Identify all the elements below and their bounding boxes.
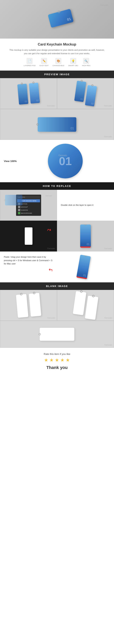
how-to-row-1: 01 ©envato LAYERS YOUR DESIGN HERE EDITI…: [0, 190, 114, 221]
preview-section-header: PREVIEW IMAGE: [0, 70, 114, 78]
preview-card-1b: 02: [29, 82, 40, 104]
layer-row-mockup: MOCKUP: [17, 206, 40, 208]
product-description: This mockup is very suitable your design…: [8, 48, 106, 55]
watermark-1: ©envato: [47, 104, 55, 107]
hires-icon: 🔍: [83, 58, 89, 64]
result-card-wrapper: [80, 224, 91, 248]
product-info-section: Card Keychain Mockup This mockup is very…: [0, 38, 114, 70]
step2-card-ring: [84, 254, 87, 256]
preview-card-2b: 02: [85, 85, 97, 106]
stars-row: ★ ★ ★ ★ ★: [5, 358, 109, 363]
how-to-row-3: Paste / drag your design here then save …: [0, 252, 114, 282]
card-ring-1a: [21, 82, 23, 85]
card-ring-2a: [81, 80, 83, 82]
blank-cell-1: ©envato: [0, 290, 57, 321]
paste-watermark: ©envato: [47, 247, 55, 250]
card-number-1a: 01: [25, 100, 28, 103]
blank-card-landscape: [40, 328, 74, 341]
blank-grid: ©envato ©envato ©envato: [0, 290, 114, 348]
card-number-2b: 02: [91, 102, 94, 105]
blank-ring-landscape: [39, 333, 41, 336]
step2-card-holder: [78, 255, 89, 278]
hero-section: ©envato: [0, 0, 114, 38]
preview-card-group-2: 01 02: [74, 80, 97, 106]
blank-card-1b: [29, 293, 41, 317]
view100-section: View 100% 01 ©envato: [0, 140, 114, 182]
hero-watermark: ©envato: [100, 4, 108, 6]
step2-arrow-icon: ↵: [49, 266, 53, 273]
card-ring-2b: [91, 84, 93, 86]
layer-icon-shadow: [18, 209, 20, 211]
star-2: ★: [49, 358, 54, 363]
rate-text: Rate this item if you like: [5, 352, 109, 356]
preview-card-landscape: 01: [38, 117, 76, 132]
preview-card-2a: 01: [74, 80, 86, 102]
blank-card-1a: [16, 294, 28, 318]
blank-cell-3: ©envato: [0, 321, 114, 348]
bg-card-num: 01: [20, 203, 22, 205]
preview-card-1a: 01: [17, 84, 28, 104]
preview-cell-1: 01 02 ©envato: [0, 78, 57, 109]
blank-ring-1a: [20, 293, 22, 296]
hero-background: ©envato: [0, 0, 114, 38]
preview-cell-2: 01 02 ©envato: [57, 78, 114, 109]
layers-visual-wrapper: 01 ©envato LAYERS YOUR DESIGN HERE EDITI…: [3, 193, 54, 218]
blank-watermark-3: ©envato: [104, 344, 112, 346]
feature-layered: 📄 LAYERED PSD: [24, 58, 36, 66]
how-to-text-cell-1: Double click on the layer to open it: [57, 190, 114, 221]
layer-label-design: YOUR DESIGN HERE: [21, 200, 37, 202]
step2-card: [76, 254, 91, 279]
view100-red-edge: [71, 175, 83, 178]
card-ring-landscape: [37, 124, 39, 126]
blank-card-2b: [85, 296, 98, 320]
color-icon: 🎨: [55, 58, 61, 64]
view100-visual: 01 ©envato: [21, 144, 110, 178]
preview-cell-3: 01 ©envato: [0, 109, 114, 140]
watermark-3: ©envato: [104, 136, 112, 138]
hero-card-wrapper: [45, 12, 69, 26]
star-4: ★: [60, 358, 65, 363]
result-watermark: ©envato: [104, 247, 112, 250]
watermark-2: ©envato: [104, 104, 112, 107]
layer-row-background: BACKGROUND: [17, 212, 40, 215]
hero-card: [48, 9, 74, 28]
layer-icon-mockup: [18, 206, 20, 208]
card-number-landscape: 01: [70, 127, 74, 130]
layer-icon-background: [18, 212, 20, 214]
thank-you-section: Rate this item if you like ★ ★ ★ ★ ★ Tha…: [0, 348, 114, 375]
blank-cell-2: ©envato: [57, 290, 114, 321]
feature-smart: 💡 SMART OBJ: [68, 58, 78, 66]
layered-icon: 📄: [27, 58, 33, 64]
view100-watermark: ©envato: [58, 154, 67, 157]
how-to-step2-result: [57, 255, 110, 278]
layer-label-shadow: SHADOW: [21, 209, 28, 211]
hero-ring: [57, 10, 60, 13]
blank-ring-1b: [33, 292, 35, 294]
product-features: 📄 LAYERED PSD ✏️ EASY EDIT 🎨 CHANGEABLE …: [8, 58, 106, 66]
how-to-step1-text: Double click on the layer to open it: [61, 204, 110, 207]
blank-card-group-1: [16, 293, 41, 318]
bg-card-ring: [4, 199, 6, 201]
star-3: ★: [55, 358, 59, 363]
blank-ring-2b: [92, 295, 94, 298]
how-to-cell-layers: 01 ©envato LAYERS YOUR DESIGN HERE EDITI…: [0, 190, 57, 221]
result-card: [80, 224, 91, 248]
result-card-ring: [84, 224, 87, 225]
paste-arrow-icon: ↵: [46, 226, 52, 234]
feature-easy-label: EASY EDIT: [40, 64, 49, 66]
layer-label-mockup: MOCKUP: [21, 206, 28, 208]
how-to-step2-text: Paste / drag your design here then save …: [4, 255, 53, 266]
star-1: ★: [44, 358, 48, 363]
card-ring-1b: [32, 82, 34, 84]
blank-watermark-1: ©envato: [47, 317, 55, 319]
arrow-down-wrapper: ↵: [4, 266, 53, 273]
result-cell: ©envato: [57, 221, 114, 252]
preview-grid: 01 02 ©envato 01 02 ©envato 01 ©: [0, 78, 114, 140]
card-number-2a: 01: [80, 98, 83, 101]
smart-icon: 💡: [70, 58, 76, 64]
layer-label-background: BACKGROUND: [21, 212, 32, 214]
card-number-1b: 02: [36, 99, 39, 102]
star-5: ★: [66, 358, 70, 363]
paste-white-card: [25, 228, 33, 245]
blank-card-2a: [73, 291, 86, 315]
